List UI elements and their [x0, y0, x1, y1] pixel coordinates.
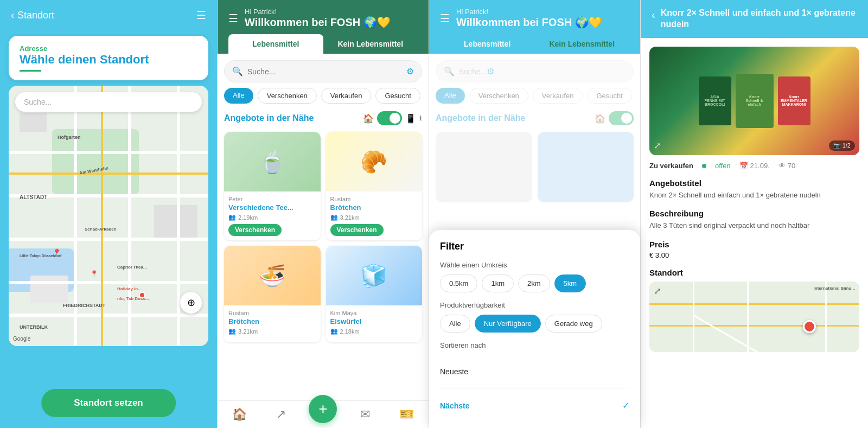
panel3-tabs: Lebensmittel Kein Lebensmittel: [440, 34, 629, 54]
search-input-p2[interactable]: [247, 67, 406, 76]
package-red: KnorrEMMENTALERMAKKARONI: [778, 76, 810, 125]
map-expand-icon[interactable]: ⤢: [654, 286, 661, 296]
set-location-button[interactable]: Standort setzen: [41, 389, 176, 417]
product-card-2[interactable]: 🍜 Rustam Brötchen 👥 3.21km: [224, 246, 321, 342]
tab-lebensmittel[interactable]: Lebensmittel: [228, 34, 323, 54]
product-img-2: 🍜: [224, 246, 321, 305]
chip-gesucht-p2[interactable]: Gesucht: [375, 88, 420, 104]
product-hero-image[interactable]: ASIAPENNE MITBROCCOLI KnorrSchnell &einf…: [649, 47, 859, 155]
phone-icon-p2: 📱: [405, 113, 416, 124]
tab-kein-lebensmittel[interactable]: Kein Lebensmittel: [323, 34, 418, 54]
product-info-3: Kim Maya Eiswürfel 👥 2.18km: [326, 305, 423, 342]
chip-alle-p3: Alle: [436, 88, 465, 104]
section-title-p3: Angebote in der Nähe: [436, 113, 525, 123]
menu-icon[interactable]: ☰: [196, 9, 206, 22]
map-building-3: [30, 276, 68, 303]
back-button[interactable]: ‹ Standort: [11, 10, 54, 21]
verfug-gerade[interactable]: Gerade weg: [545, 315, 602, 333]
verfugbarkeit-label: Produktverfügbarkeit: [440, 301, 629, 309]
status-label: Zu verkaufen: [649, 162, 693, 170]
img-expand-icon[interactable]: ⤢: [654, 140, 661, 151]
umkreis-2[interactable]: 2km: [518, 274, 550, 292]
back-icon: ‹: [11, 10, 14, 21]
search-icon-p3: 🔍: [444, 66, 455, 76]
filter-icon-p2[interactable]: ⚙: [406, 66, 414, 76]
product-card-1[interactable]: 🥐 Rustam Brötchen 👥 3.21km Verschenken: [326, 132, 423, 240]
beschreibung-value: Alle 3 Tüten sind original verpackt und …: [649, 220, 859, 231]
preis-value: € 3,00: [649, 251, 859, 259]
standort-label: Standort: [649, 268, 859, 277]
map-container[interactable]: PEMPELFORT ALTSTADT Hofgarten Am Wehrhah…: [9, 86, 208, 346]
panel-feed-filter: ☰ Hi Patrick! Willkommen bei FOSH 🌍💛 Leb…: [429, 0, 640, 428]
product-card-3[interactable]: 🧊 Kim Maya Eiswürfel 👥 2.18km: [326, 246, 423, 342]
panel-feed: ☰ Hi Patrick! Willkommen bei FOSH 🌍💛 Leb…: [217, 0, 429, 428]
greeting-text: Hi Patrick!: [245, 8, 391, 16]
check-icon: ✓: [622, 400, 629, 411]
nav-add-button[interactable]: +: [309, 395, 337, 423]
umkreis-1[interactable]: 1km: [482, 274, 514, 292]
panel2-greeting-group: Hi Patrick! Willkommen bei FOSH 🌍💛: [245, 8, 391, 29]
standort-map[interactable]: international Simu... ⤢: [649, 282, 859, 352]
product-distance-0: 👥 2.19km: [228, 214, 316, 221]
nav-home-icon[interactable]: 🏠: [226, 405, 253, 424]
small-road-h2: [649, 325, 859, 327]
map-label-unterbilk: UNTERBILK: [20, 324, 48, 330]
product-img-0: 🍵: [224, 132, 321, 191]
umkreis-5[interactable]: 5km: [554, 274, 586, 292]
beschreibung-section: Beschreibung Alle 3 Tüten sind original …: [649, 209, 859, 231]
section-title-p2: Angebote in der Nähe: [224, 113, 314, 123]
tab-lebensmittel-p3[interactable]: Lebensmittel: [440, 34, 535, 54]
search-placeholder-p3: Suche...: [459, 67, 487, 76]
product-badge-0: Verschenken: [228, 224, 282, 236]
chip-verschenken-p2[interactable]: Verschenken: [258, 88, 317, 104]
small-road-v3: [825, 282, 827, 352]
panel3-content-bg: 🔍 Suche... ⚙ Alle Verschenken Verkaufen …: [429, 54, 640, 209]
product-card-0[interactable]: 🍵 Peter Verschiedene Tee... 👥 2.19km Ver…: [224, 132, 321, 240]
product-img-1: 🥐: [326, 132, 423, 191]
p4-title: Knorr 2× Schnell und einfach und 1× gebr…: [661, 8, 857, 30]
toggle-p2[interactable]: [377, 111, 402, 125]
product-preview-1: [436, 132, 532, 202]
nav-mail-icon[interactable]: ✉: [354, 405, 376, 424]
nav-share-icon[interactable]: ↗: [270, 405, 292, 424]
small-road-h1: [649, 303, 859, 305]
product-name-2: Brötchen: [228, 317, 316, 325]
map-search-bar[interactable]: Suche...: [15, 92, 202, 112]
map-building-1: [20, 113, 47, 132]
toggle-container-p2: 🏠 📱 ℹ: [363, 111, 422, 125]
hamburger-icon-p3[interactable]: ☰: [440, 12, 450, 25]
chip-verkaufen-p3: Verkaufen: [533, 88, 583, 104]
panel3-header-top: ☰ Hi Patrick! Willkommen bei FOSH 🌍💛: [440, 8, 629, 29]
map-search-placeholder: Suche...: [24, 98, 52, 106]
product-grid-p2: 🍵 Peter Verschiedene Tee... 👥 2.19km Ver…: [224, 132, 422, 342]
product-distance-2: 👥 3.21km: [228, 328, 316, 335]
map-small-label: international Simu...: [814, 286, 855, 291]
eye-icon: 👁: [778, 162, 786, 170]
distance-icon-0: 👥: [228, 214, 236, 221]
filter-overlay: Filter Wähle einen Umkreis 0.5km 1km 2km…: [429, 230, 640, 428]
sort-nachste[interactable]: Nächste ✓: [440, 394, 629, 417]
product-img-3: 🧊: [326, 246, 423, 305]
search-bar-p2[interactable]: 🔍 ⚙: [224, 60, 422, 82]
map-pin-detail: [803, 320, 816, 333]
chip-alle-p2[interactable]: Alle: [224, 88, 253, 104]
tab-kein-lebensmittel-p3[interactable]: Kein Lebensmittel: [535, 34, 630, 54]
sort-neueste[interactable]: Neueste: [440, 361, 629, 382]
info-icon-p2: ℹ: [419, 114, 422, 122]
hamburger-icon[interactable]: ☰: [228, 12, 238, 25]
chip-verkaufen-p2[interactable]: Verkaufen: [321, 88, 372, 104]
verfug-alle[interactable]: Alle: [440, 315, 470, 333]
p4-back-icon[interactable]: ‹: [652, 9, 655, 21]
panel4-content: ASIAPENNE MITBROCCOLI KnorrSchnell &einf…: [641, 38, 868, 428]
map-background: PEMPELFORT ALTSTADT Hofgarten Am Wehrhah…: [9, 86, 208, 346]
nav-ticket-icon[interactable]: 🎫: [393, 405, 420, 424]
verfug-nur[interactable]: Nur Verfügbare: [475, 315, 541, 333]
map-road-v2: [128, 86, 131, 346]
umkreis-05[interactable]: 0.5km: [440, 274, 477, 292]
toggle-knob-p3: [621, 113, 632, 124]
product-info-2: Rustam Brötchen 👥 3.21km: [224, 305, 321, 342]
img-counter: 📷 1/2: [829, 140, 855, 151]
umkreis-label: Wähle einen Umkreis: [440, 261, 629, 269]
chip-gesucht-p3: Gesucht: [587, 88, 631, 104]
verfugbarkeit-chips: Alle Nur Verfügbare Gerade weg: [440, 315, 629, 333]
